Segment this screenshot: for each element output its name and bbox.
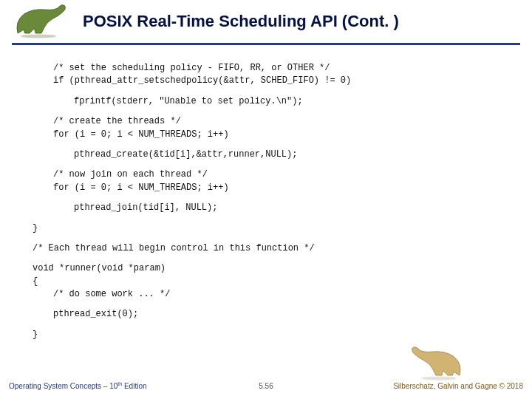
title-rule [12,43,520,45]
code-line: /* do some work ... */ [53,288,502,301]
footer: Operating System Concepts – 10th Edition… [9,375,523,393]
svg-point-0 [21,35,56,38]
code-line: } [33,329,502,341]
code-line: } [33,222,502,235]
code-line: void *runner(void *param) [33,262,502,275]
slide: POSIX Real-Time Scheduling API (Cont. ) … [0,0,532,399]
code-line: /* Each thread will begin control in thi… [33,242,502,255]
code-line: pthread_exit(0); [53,308,502,321]
code-block: /* set the scheduling policy - FIFO, RR,… [53,62,502,347]
code-line: /* create the threads */ [53,115,502,128]
code-line: { [33,276,502,288]
code-line: /* set the scheduling policy - FIFO, RR,… [53,62,502,75]
code-line: for (i = 0; i < NUM_THREADS; i++) [53,129,502,141]
code-line: fprintf(stderr, "Unable to set policy.\n… [74,95,502,108]
code-line: pthread_join(tid[i], NULL); [74,202,502,214]
dinosaur-icon [12,3,71,40]
code-line: if (pthread_attr_setschedpolicy(&attr, S… [53,75,502,87]
header: POSIX Real-Time Scheduling API (Cont. ) [0,0,532,44]
code-line: for (i = 0; i < NUM_THREADS; i++) [53,182,502,194]
code-line: pthread_create(&tid[i],&attr,runner,NULL… [74,149,502,161]
code-line: /* now join on each thread */ [53,168,502,181]
slide-title: POSIX Real-Time Scheduling API (Cont. ) [83,12,399,31]
footer-right: Silberschatz, Galvin and Gagne © 2018 [393,382,523,390]
